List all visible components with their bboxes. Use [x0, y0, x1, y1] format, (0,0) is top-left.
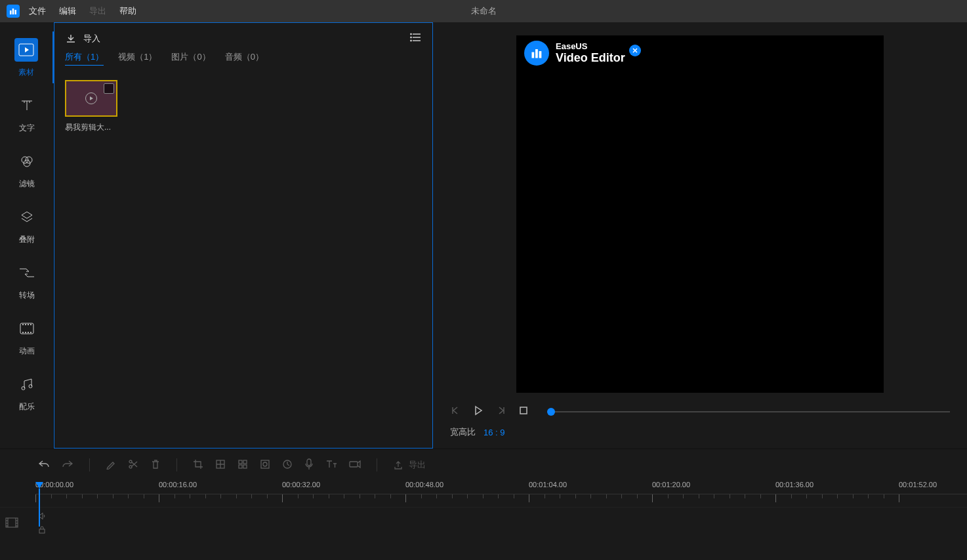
svg-rect-30 [239, 465, 242, 468]
sidebar-item-label: 素材 [18, 67, 34, 78]
prev-frame-button [450, 405, 461, 418]
filter-icon [15, 150, 39, 173]
svg-rect-35 [307, 459, 311, 466]
play-button[interactable] [472, 405, 484, 418]
menu-help[interactable]: 帮助 [119, 5, 136, 17]
svg-rect-31 [243, 465, 247, 468]
sidebar-item-label: 滤镜 [19, 178, 35, 190]
text-icon [15, 94, 39, 117]
aspect-value[interactable]: 16 : 9 [483, 428, 505, 437]
watermark-logo-icon [524, 41, 549, 66]
watermark-close-button[interactable] [629, 45, 641, 56]
svg-rect-24 [520, 407, 527, 414]
svg-rect-21 [532, 52, 535, 58]
sidebar-item-text[interactable]: 文字 [0, 87, 53, 139]
timeline-export-button: 导出 [393, 459, 426, 471]
svg-point-33 [263, 462, 267, 466]
sidebar-item-media[interactable]: 素材 [0, 31, 54, 83]
progress-slider[interactable] [547, 411, 950, 412]
ruler-label: 00:00:48.00 [405, 481, 443, 489]
svg-point-10 [28, 324, 28, 325]
svg-rect-38 [39, 529, 45, 533]
sidebar-item-label: 叠附 [19, 234, 35, 245]
preview-canvas[interactable]: EaseUS Video Editor [516, 35, 884, 393]
playback-controls [446, 397, 954, 422]
grid-button [237, 459, 248, 471]
svg-point-15 [30, 332, 31, 332]
sidebar-item-transition[interactable]: 转场 [0, 254, 53, 306]
svg-point-11 [30, 324, 31, 325]
svg-point-20 [411, 40, 412, 41]
timeline-tracks [0, 507, 967, 540]
sidebar: 素材 文字 滤镜 叠附 转场 [0, 22, 54, 449]
svg-rect-22 [535, 49, 538, 58]
svg-rect-23 [539, 51, 542, 58]
svg-point-26 [129, 466, 132, 468]
window-title: 未命名 [471, 5, 497, 17]
list-view-toggle[interactable] [410, 32, 422, 45]
svg-rect-36 [350, 462, 358, 467]
svg-point-13 [25, 332, 26, 332]
title-bar: 文件 编辑 导出 帮助 未命名 [0, 0, 967, 22]
voiceover-button [304, 458, 314, 472]
media-item[interactable]: 易我剪辑大... [65, 80, 117, 133]
speed-button [282, 459, 293, 471]
filter-video[interactable]: 视频（1） [118, 51, 157, 66]
ruler-label: 00:01:52.00 [899, 481, 937, 489]
next-frame-button [496, 405, 506, 418]
sidebar-item-music[interactable]: 配乐 [0, 366, 53, 418]
svg-rect-0 [10, 10, 12, 14]
sidebar-item-overlay[interactable]: 叠附 [0, 199, 53, 250]
watermark: EaseUS Video Editor [524, 41, 625, 66]
svg-point-25 [129, 460, 132, 463]
filter-image[interactable]: 图片（0） [171, 51, 210, 66]
track-lock-icon[interactable] [38, 526, 46, 536]
media-panel: 导入 所有（1） 视频（1） 图片（0） 音频（0） 易我剪辑大... [54, 22, 433, 449]
sidebar-item-filter[interactable]: 滤镜 [0, 143, 53, 195]
play-circle-icon [85, 92, 97, 104]
import-button[interactable]: 导入 [65, 33, 100, 45]
play-icon [14, 38, 38, 62]
media-filters: 所有（1） 视频（1） 图片（0） 音频（0） [54, 51, 432, 72]
import-label: 导入 [83, 33, 100, 45]
svg-point-19 [411, 37, 412, 38]
svg-rect-32 [261, 460, 269, 468]
svg-rect-1 [12, 9, 14, 14]
zoom-button [349, 460, 361, 471]
edit-button [106, 459, 116, 471]
sidebar-item-label: 转场 [19, 290, 35, 301]
ruler-label: 00:01:20.00 [652, 481, 690, 489]
stop-button[interactable] [518, 405, 529, 418]
progress-thumb[interactable] [547, 408, 555, 416]
svg-rect-2 [14, 10, 16, 14]
watermark-line1: EaseUS [556, 41, 625, 51]
menu-file[interactable]: 文件 [29, 5, 46, 17]
split-button [128, 459, 138, 471]
filter-audio[interactable]: 音频（0） [225, 51, 264, 66]
sidebar-item-label: 配乐 [19, 401, 35, 412]
freeze-button [260, 459, 270, 471]
menu-edit[interactable]: 编辑 [59, 5, 76, 17]
overlay-icon [15, 205, 39, 229]
media-item-name: 易我剪辑大... [65, 122, 117, 133]
track-video-icon [5, 517, 18, 530]
mosaic-button [215, 459, 226, 471]
menu-export: 导出 [89, 5, 106, 17]
animation-icon [15, 317, 39, 340]
svg-rect-28 [239, 460, 242, 464]
app-logo [7, 5, 20, 18]
add-to-timeline-icon[interactable] [104, 83, 114, 94]
watermark-line2: Video Editor [556, 51, 625, 65]
aspect-ratio-row: 宽高比 16 : 9 [446, 422, 954, 442]
sidebar-item-animation[interactable]: 动画 [0, 310, 53, 362]
aspect-label: 宽高比 [450, 426, 476, 438]
media-thumbnail[interactable] [65, 80, 117, 117]
svg-point-9 [25, 324, 26, 325]
timeline-ruler[interactable]: 00:00:00.0000:00:16.0000:00:32.0000:00:4… [0, 481, 967, 507]
playhead[interactable] [35, 482, 43, 527]
ruler-label: 00:01:04.00 [529, 481, 567, 489]
undo-button[interactable] [38, 459, 50, 471]
svg-point-12 [22, 332, 23, 332]
filter-all[interactable]: 所有（1） [65, 51, 104, 66]
sidebar-item-label: 文字 [19, 123, 35, 134]
